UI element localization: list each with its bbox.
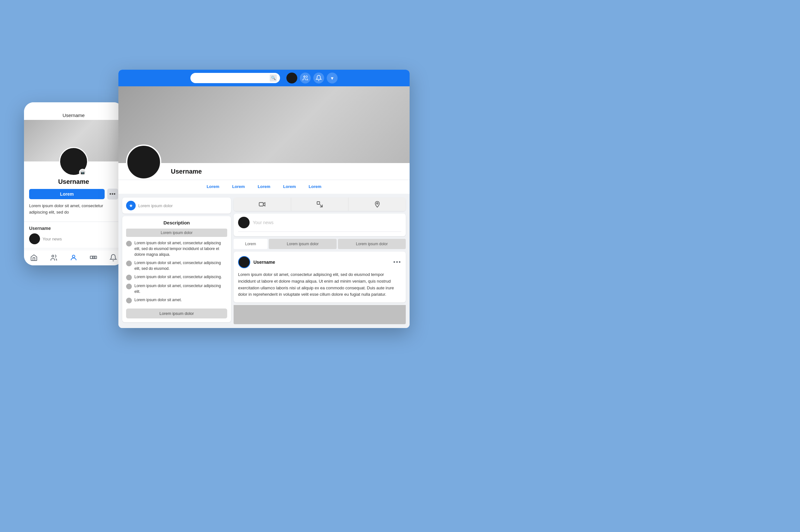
browser-desc-text-2: Lorem ipsum dolor sit amet, consectetur … [134,260,227,271]
browser-news-avatar [238,217,250,228]
browser-tab-2[interactable]: Lorem [225,180,251,194]
svg-rect-6 [259,203,263,206]
browser-desc-bullet-2 [126,261,132,266]
browser-nav-icons: ▾ [286,73,338,83]
browser-profile-avatar [126,145,161,180]
browser-desc-bullet-4 [126,284,132,289]
browser-tab-1[interactable]: Lorem [200,180,226,194]
browser-profile-tabs: Lorem Lorem Lorem Lorem Lorem [119,180,410,194]
browser-filter-tab-3[interactable]: Lorem ipsum dolor [338,239,406,249]
phone-news-row: Your news [29,233,118,244]
phone-profile-name: Username [58,178,89,186]
browser-video-tab[interactable] [234,197,291,211]
phone-divider-2 [24,248,123,248]
browser-nav-friends-icon[interactable] [300,73,311,83]
browser-left-column: ★ Lorem ipsum dolor Description Lorem ip… [122,197,231,324]
browser-desc-item-4: Lorem ipsum dolor sit amet, consectetur … [126,283,227,294]
browser-desc-item-2: Lorem ipsum dolor sit amet, consectetur … [126,260,227,271]
browser-desc-label: Lorem ipsum dolor [126,229,227,237]
phone-nav-home-icon[interactable] [30,253,38,262]
browser-media-tabs [234,197,406,211]
browser-desc-item-1: Lorem ipsum dolor sit amet, consectetur … [126,240,227,258]
browser-post-avatar [238,256,250,268]
browser-gray-bottom [234,305,406,324]
desktop-browser: 🔍 ▾ Usern [119,70,410,328]
browser-tab-4[interactable]: Lorem [277,180,303,194]
browser-navbar: 🔍 ▾ [119,70,410,86]
browser-nav-chevron-icon[interactable]: ▾ [327,73,338,83]
phone-divider-1 [24,222,123,222]
browser-status-box: ★ Lorem ipsum dolor [122,197,231,213]
phone-action-button[interactable]: Lorem [29,189,105,199]
phone-cover-photo: 📷 [24,120,123,162]
phone-nav-bell-icon[interactable] [109,253,118,262]
browser-location-tab[interactable] [348,197,406,211]
browser-desc-bullet-1 [126,241,132,247]
browser-news-input[interactable]: Your news [253,220,401,225]
mobile-phone: Username 📷 Username Lorem ••• Lorem ipsu… [24,102,123,265]
phone-more-button[interactable]: ••• [107,189,118,200]
phone-username-header: Username [24,111,123,120]
browser-description-box: Description Lorem ipsum dolor Lorem ipsu… [122,216,231,322]
browser-desc-item-3: Lorem ipsum dolor sit amet, consectetur … [126,274,227,280]
browser-profile-name: Username [171,168,202,175]
browser-desc-bullet-3 [126,274,132,280]
svg-point-0 [52,255,54,257]
browser-news-box: Your news [234,213,406,236]
browser-nav-avatar[interactable] [286,73,297,83]
browser-desc-button[interactable]: Lorem ipsum dolor [126,308,227,319]
browser-right-column: Your news Lorem Lorem ipsum dolor Lorem … [234,197,406,324]
browser-desc-text-4: Lorem ipsum dolor sit amet, consectetur … [134,283,227,294]
browser-post-body: Lorem ipsum dolor sit amet, consectetur … [238,271,401,298]
browser-filter-tab-2[interactable]: Lorem ipsum dolor [269,239,337,249]
phone-news-section: Username Your news [24,223,123,247]
browser-filter-all[interactable]: Lorem [234,239,268,249]
browser-search-icon[interactable]: 🔍 [270,75,277,81]
phone-nav-profile-icon[interactable] [69,253,78,262]
phone-news-avatar [29,233,40,244]
browser-desc-bullet-5 [126,298,132,303]
browser-post-header: Username ••• [238,256,401,268]
browser-tab-3[interactable]: Lorem [251,180,277,194]
browser-desc-text-3: Lorem ipsum dolor sit amet, consectetur … [134,274,222,280]
browser-news-divider [238,231,401,232]
browser-search-bar[interactable]: 🔍 [190,73,280,83]
browser-desc-title: Description [126,220,227,225]
browser-nav-bell-icon[interactable] [313,73,324,83]
browser-desc-text-5: Lorem ipsum dolor sit amet. [134,297,182,303]
svg-point-5 [304,76,305,77]
browser-news-row: Your news [238,217,401,228]
browser-cover-photo [119,86,410,163]
browser-post-user: Username [238,256,275,268]
browser-post-username: Username [253,260,275,265]
browser-desc-text-1: Lorem ipsum dolor sit amet, consectetur … [134,240,227,258]
browser-desc-item-5: Lorem ipsum dolor sit amet. [126,297,227,303]
browser-filter-row: Lorem Lorem ipsum dolor Lorem ipsum dolo… [234,239,406,249]
phone-status-bar [24,102,123,111]
phone-bio-text: Lorem ipsum dolor sit amet, consectetur … [24,203,123,218]
browser-post-card: Username ••• Lorem ipsum dolor sit amet,… [234,252,406,302]
browser-search-input[interactable] [194,76,268,80]
browser-tab-5[interactable]: Lorem [303,180,328,194]
svg-rect-7 [317,202,320,204]
svg-point-8 [376,203,378,204]
phone-camera-icon[interactable]: 📷 [79,169,86,176]
phone-action-row: Lorem ••• [24,189,123,200]
phone-news-placeholder[interactable]: Your news [42,236,62,241]
browser-status-star-icon: ★ [126,201,136,210]
browser-post-more-button[interactable]: ••• [393,259,401,266]
browser-status-placeholder[interactable]: Lorem ipsum dolor [138,203,173,208]
browser-tag-tab[interactable] [291,197,349,211]
browser-main-content: ★ Lorem ipsum dolor Description Lorem ip… [119,194,410,328]
phone-news-label: Username [29,226,118,231]
phone-bottom-nav [24,250,123,265]
phone-nav-groups-icon[interactable] [89,253,98,262]
phone-nav-friends-icon[interactable] [49,253,58,262]
browser-profile-bar: Username [119,163,410,180]
svg-point-1 [72,255,75,258]
